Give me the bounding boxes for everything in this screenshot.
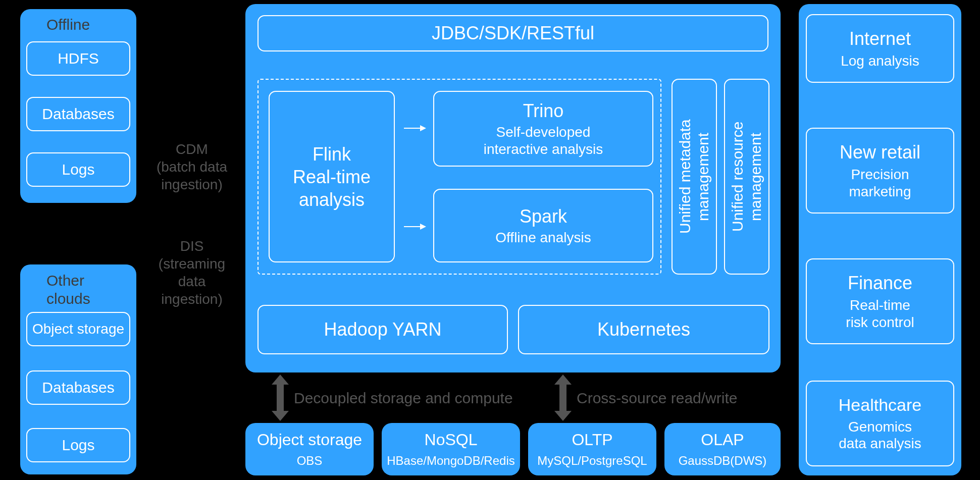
- storage-object-sub: OBS: [297, 454, 323, 468]
- arrow-flink-trino: [404, 128, 425, 129]
- storage-oltp-title: OLTP: [572, 430, 612, 449]
- offline-item-databases: Databases: [26, 97, 130, 131]
- offline-group: Offline HDFS Databases Logs: [20, 9, 136, 203]
- other-item-databases: Databases: [26, 370, 130, 405]
- arrow-storage-compute: [277, 384, 284, 412]
- spark-box: Spark Offline analysis: [433, 189, 653, 262]
- storage-oltp-sub: MySQL/PostgreSQL: [537, 454, 647, 468]
- decoupled-label: Decoupled storage and compute: [294, 389, 526, 408]
- kubernetes: Kubernetes: [518, 305, 769, 354]
- usecase-retail: New retail Precision marketing: [806, 128, 954, 214]
- trino-title: Trino: [523, 100, 564, 122]
- api-bar: JDBC/SDK/RESTful: [257, 15, 768, 51]
- usecase-finance: Finance Real-time risk control: [806, 258, 954, 344]
- storage-nosql-title: NoSQL: [425, 430, 478, 449]
- offline-item-hdfs: HDFS: [26, 41, 130, 76]
- usecase-internet-title: Internet: [849, 28, 911, 49]
- storage-nosql: NoSQL HBase/MongoDB/Redis: [382, 423, 520, 475]
- trino-sub: Self-developed interactive analysis: [484, 124, 603, 157]
- spark-sub: Offline analysis: [495, 229, 591, 246]
- center-panel: JDBC/SDK/RESTful Flink Real-time analysi…: [245, 4, 781, 372]
- usecase-finance-title: Finance: [848, 272, 912, 294]
- unified-resource-label: Unified resource management: [725, 80, 768, 274]
- unified-resource: Unified resource management: [724, 79, 769, 275]
- usecase-retail-title: New retail: [840, 141, 920, 163]
- arrow-flink-spark: [404, 226, 425, 227]
- right-panel: Internet Log analysis New retail Precisi…: [799, 4, 961, 475]
- other-item-object-storage: Object storage: [26, 312, 130, 346]
- usecase-healthcare-sub: Genomics data analysis: [839, 418, 921, 452]
- flink-box: Flink Real-time analysis: [269, 91, 395, 262]
- storage-olap-title: OLAP: [701, 430, 744, 449]
- storage-nosql-sub: HBase/MongoDB/Redis: [387, 454, 514, 468]
- other-group: Other clouds Object storage Databases Lo…: [20, 264, 136, 474]
- storage-olap-sub: GaussDB(DWS): [679, 454, 767, 468]
- storage-oltp: OLTP MySQL/PostgreSQL: [528, 423, 656, 475]
- usecase-internet-sub: Log analysis: [841, 52, 919, 70]
- unified-metadata: Unified metadata management: [672, 79, 717, 275]
- storage-olap: OLAP GaussDB(DWS): [664, 423, 781, 475]
- other-item-logs: Logs: [26, 428, 130, 462]
- storage-object-title: Object storage: [257, 430, 362, 449]
- offline-item-logs: Logs: [26, 152, 130, 187]
- usecase-finance-sub: Real-time risk control: [846, 297, 914, 331]
- storage-object: Object storage OBS: [245, 423, 374, 475]
- usecase-healthcare-title: Healthcare: [839, 395, 921, 415]
- hadoop-yarn: Hadoop YARN: [257, 305, 508, 354]
- dis-label: DIS (streaming data ingestion): [146, 237, 237, 308]
- usecase-retail-sub: Precision marketing: [849, 166, 911, 200]
- usecase-internet: Internet Log analysis: [806, 14, 954, 83]
- other-title: Other clouds: [46, 272, 122, 308]
- cdm-label: CDM (batch data ingestion): [146, 140, 237, 193]
- unified-metadata-label: Unified metadata management: [673, 80, 716, 274]
- cross-source-label: Cross-source read/write: [577, 389, 779, 408]
- offline-title: Offline: [46, 16, 90, 33]
- usecase-healthcare: Healthcare Genomics data analysis: [806, 381, 954, 466]
- engines-group: Flink Real-time analysis Trino Self-deve…: [257, 79, 661, 275]
- spark-title: Spark: [520, 205, 567, 227]
- trino-box: Trino Self-developed interactive analysi…: [433, 91, 653, 167]
- arrow-cross-source: [559, 384, 566, 412]
